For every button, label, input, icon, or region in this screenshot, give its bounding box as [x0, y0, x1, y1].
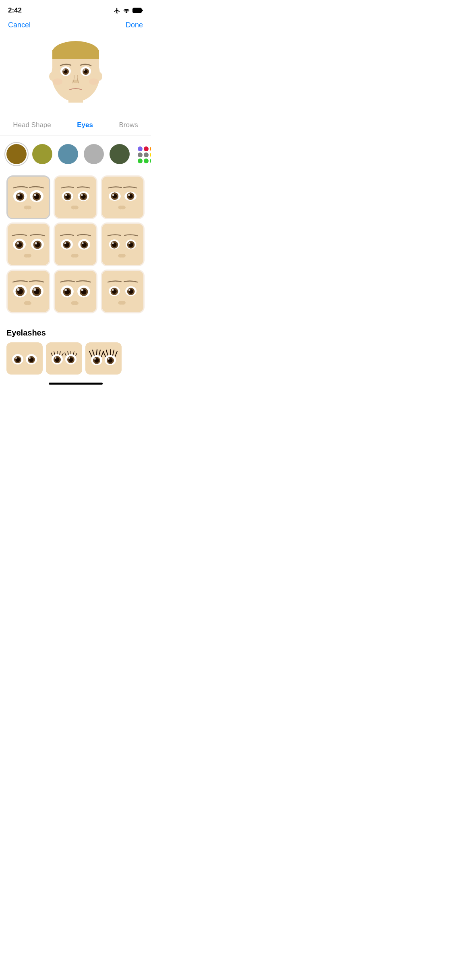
cancel-button[interactable]: Cancel: [8, 21, 31, 29]
svg-point-69: [64, 242, 66, 244]
svg-point-146: [108, 358, 110, 360]
status-time: 2:42: [8, 6, 22, 14]
eye-option-9[interactable]: [101, 270, 145, 313]
svg-point-31: [26, 206, 31, 209]
svg-rect-129: [46, 342, 82, 375]
svg-point-64: [26, 254, 31, 257]
svg-point-47: [112, 194, 114, 196]
home-indicator: [0, 379, 151, 387]
svg-point-95: [33, 288, 36, 291]
color-olive[interactable]: [32, 144, 52, 164]
eye-style-8-preview: [55, 271, 96, 312]
wifi-icon: [123, 8, 130, 13]
battery-icon: [132, 8, 143, 13]
color-selector: [0, 136, 151, 172]
eyelashes-options: [6, 342, 145, 375]
color-brown[interactable]: [6, 144, 27, 164]
tab-eyes[interactable]: Eyes: [72, 119, 98, 131]
svg-point-97: [26, 301, 31, 305]
eye-style-3-preview: [102, 177, 143, 218]
svg-point-113: [112, 289, 114, 291]
svg-rect-8: [52, 59, 99, 67]
svg-point-25: [17, 194, 20, 196]
eye-style-2-preview: [55, 177, 96, 218]
color-multi-picker[interactable]: [135, 144, 151, 164]
eye-option-4[interactable]: [6, 222, 50, 266]
svg-point-128: [29, 357, 31, 359]
svg-point-108: [73, 301, 79, 305]
eyelash-style-1: [6, 342, 43, 375]
done-button[interactable]: Done: [126, 21, 143, 29]
eye-option-3[interactable]: [101, 175, 145, 219]
home-bar: [49, 383, 103, 385]
svg-point-102: [64, 289, 67, 291]
eyelash-option-2[interactable]: [46, 342, 82, 375]
svg-point-73: [82, 242, 84, 244]
svg-rect-76: [102, 224, 143, 265]
svg-point-19: [53, 78, 62, 85]
svg-point-106: [81, 289, 84, 291]
svg-point-15: [63, 69, 65, 71]
avatar-preview: [0, 34, 151, 115]
eye-style-5-preview: [55, 224, 96, 265]
tab-bar: Head Shape Eyes Brows: [0, 115, 151, 136]
memoji-avatar: [43, 38, 108, 103]
eye-option-5[interactable]: [54, 222, 97, 266]
svg-point-53: [120, 206, 126, 209]
svg-point-51: [128, 194, 130, 196]
eye-style-7-preview: [8, 271, 49, 312]
svg-point-142: [94, 358, 96, 360]
svg-point-40: [81, 194, 83, 196]
svg-rect-1: [133, 8, 141, 12]
svg-point-42: [73, 206, 79, 209]
color-dark-green[interactable]: [110, 144, 130, 164]
eye-option-8[interactable]: [54, 270, 97, 313]
eyelash-option-3[interactable]: [85, 342, 122, 375]
svg-point-75: [73, 254, 79, 257]
svg-rect-138: [85, 342, 122, 375]
svg-rect-43: [102, 177, 143, 218]
svg-point-133: [55, 357, 56, 359]
eye-option-7[interactable]: [6, 270, 50, 313]
svg-rect-32: [55, 177, 96, 218]
eyelashes-section: Eyelashes: [0, 320, 151, 379]
color-gray[interactable]: [84, 144, 104, 164]
svg-point-124: [15, 357, 17, 359]
status-icons: [114, 7, 143, 14]
svg-point-91: [17, 288, 20, 291]
eye-option-1[interactable]: [6, 175, 50, 219]
svg-point-29: [34, 194, 37, 196]
svg-point-86: [120, 254, 126, 257]
svg-rect-109: [102, 271, 143, 312]
svg-point-80: [112, 242, 114, 244]
svg-point-16: [83, 69, 85, 71]
svg-point-119: [120, 301, 126, 305]
eyelash-option-1[interactable]: [6, 342, 43, 375]
eye-option-6[interactable]: [101, 222, 145, 266]
avatar-face: [43, 38, 108, 103]
eye-style-1-preview: [8, 177, 49, 218]
eyelashes-title: Eyelashes: [6, 328, 145, 338]
svg-point-117: [128, 289, 130, 291]
eyelash-style-2: [46, 342, 82, 375]
color-teal[interactable]: [58, 144, 78, 164]
eye-style-grid: [0, 172, 151, 317]
tab-brows[interactable]: Brows: [114, 119, 143, 131]
status-bar: 2:42: [0, 0, 151, 18]
svg-rect-120: [6, 342, 43, 375]
svg-point-84: [128, 242, 130, 244]
svg-point-58: [17, 242, 19, 245]
nav-bar: Cancel Done: [0, 18, 151, 34]
svg-rect-5: [68, 98, 83, 103]
eye-style-4-preview: [8, 224, 49, 265]
airplane-icon: [114, 7, 120, 14]
eyelash-style-3: [85, 342, 122, 375]
svg-point-36: [65, 194, 67, 196]
svg-point-137: [68, 357, 70, 359]
svg-point-62: [35, 242, 37, 245]
svg-point-20: [89, 78, 99, 85]
eye-option-2[interactable]: [54, 175, 97, 219]
tab-head-shape[interactable]: Head Shape: [8, 119, 56, 131]
eye-style-6-preview: [102, 224, 143, 265]
eye-style-9-preview: [102, 271, 143, 312]
